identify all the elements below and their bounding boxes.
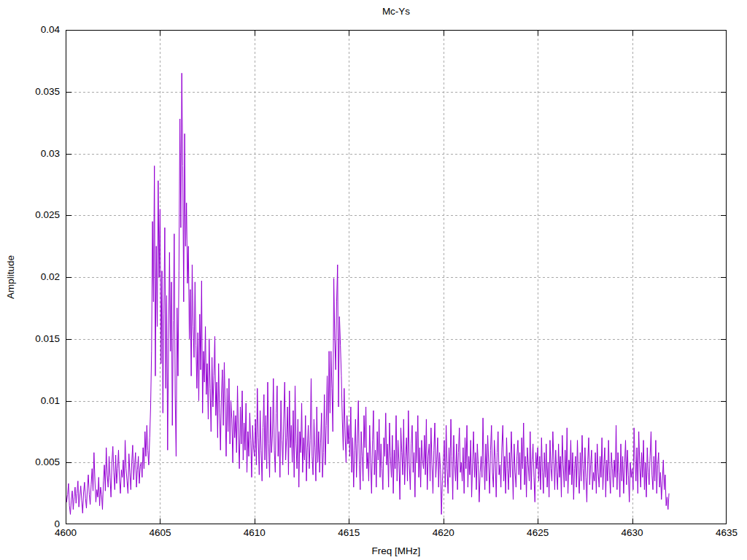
y-tick-label: 0.02 [0, 271, 60, 282]
plot-area [66, 30, 727, 524]
y-tick-label: 0.035 [0, 86, 60, 97]
x-tick-label: 4635 [716, 527, 738, 538]
chart-canvas: Mc-Ys Amplitude Freq [MHz] 4600460546104… [0, 0, 747, 560]
x-axis-label: Freq [MHz] [66, 545, 727, 556]
y-tick-label: 0.03 [0, 148, 60, 159]
y-tick-label: 0.04 [0, 24, 60, 35]
chart-title: Mc-Ys [66, 6, 727, 17]
x-tick-label: 4605 [149, 527, 171, 538]
y-tick-label: 0.015 [0, 333, 60, 344]
series-line [66, 73, 669, 514]
y-tick-label: 0.01 [0, 395, 60, 406]
x-tick-label: 4625 [527, 527, 549, 538]
x-tick-label: 4630 [622, 527, 643, 538]
plot-svg [66, 30, 727, 524]
y-tick-label: 0.025 [0, 209, 60, 220]
y-tick-label: 0 [0, 518, 60, 529]
x-tick-label: 4620 [433, 527, 454, 538]
y-tick-label: 0.005 [0, 456, 60, 467]
x-tick-label: 4615 [338, 527, 360, 538]
x-tick-label: 4610 [244, 527, 266, 538]
